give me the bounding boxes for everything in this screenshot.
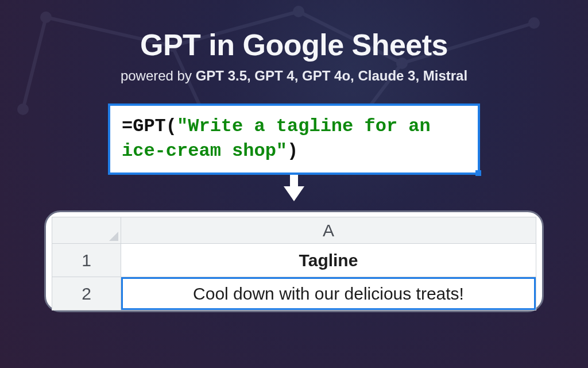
cell-a1-value: Tagline	[299, 251, 358, 270]
formula-bar[interactable]: =GPT("Write a tagline for an ice-cream s…	[108, 103, 480, 175]
spreadsheet-preview: A 1 Tagline 2 Cool down with our delicio…	[44, 210, 544, 312]
cell-a1[interactable]: Tagline	[121, 244, 536, 277]
row-number[interactable]: 2	[52, 277, 121, 310]
row-number[interactable]: 1	[52, 244, 121, 277]
hero: GPT in Google Sheets powered by GPT 3.5,…	[0, 0, 588, 312]
formula-close-paren: )	[287, 140, 298, 162]
model-list: GPT 3.5, GPT 4, GPT 4o, Claude 3, Mistra…	[196, 68, 467, 83]
formula-open-paren: (	[166, 116, 177, 137]
arrow-down-icon	[284, 186, 304, 201]
cell-a2-value: Cool down with our delicious treats!	[193, 284, 464, 303]
page-title: GPT in Google Sheets	[0, 28, 588, 62]
formula-equals: =	[122, 116, 133, 137]
column-header-a[interactable]: A	[121, 217, 536, 244]
table-row: 2 Cool down with our delicious treats!	[52, 277, 536, 310]
spreadsheet-table: A 1 Tagline 2 Cool down with our delicio…	[52, 217, 536, 310]
table-row: 1 Tagline	[52, 244, 536, 277]
subtitle-prefix: powered by	[121, 68, 196, 83]
arrow-stem	[290, 175, 298, 186]
selection-handle[interactable]	[475, 170, 481, 176]
formula-function-name: GPT	[133, 116, 166, 137]
page-subtitle: powered by GPT 3.5, GPT 4, GPT 4o, Claud…	[0, 68, 588, 84]
select-all-corner[interactable]	[52, 217, 121, 244]
cell-a2[interactable]: Cool down with our delicious treats!	[121, 277, 536, 310]
